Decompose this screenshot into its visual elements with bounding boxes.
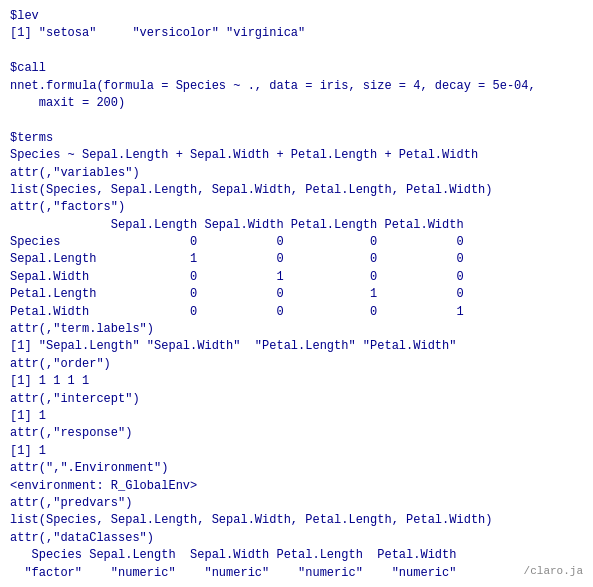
watermark: /claro.ja bbox=[524, 565, 583, 577]
console-output: $lev [1] "setosa" "versicolor" "virginic… bbox=[10, 8, 583, 587]
